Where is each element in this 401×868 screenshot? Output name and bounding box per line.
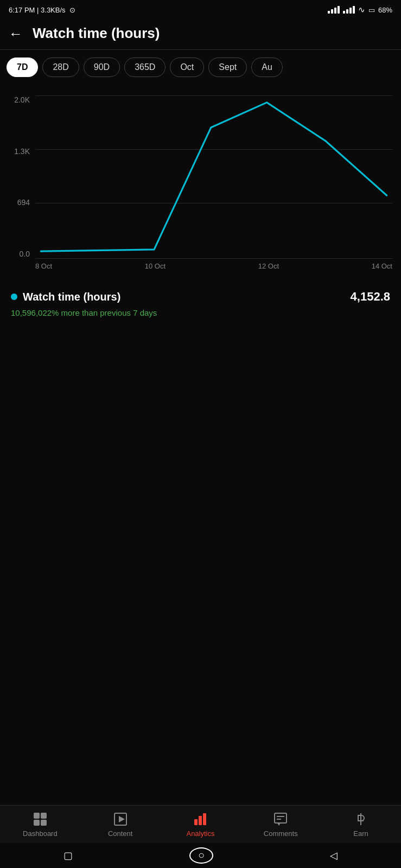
stats-section: Watch time (hours) 4,152.8 10,596,022% m…	[0, 280, 401, 323]
svg-rect-8	[203, 813, 206, 825]
status-time: 6:17 PM	[9, 6, 35, 14]
stat-label-text: Watch time (hours)	[23, 291, 120, 303]
line-chart-svg	[35, 95, 392, 258]
chart-line	[41, 103, 386, 251]
tab-sept[interactable]: Sept	[208, 58, 247, 77]
stat-change-row: 10,596,022% more than previous 7 days	[11, 308, 390, 318]
sys-square-button[interactable]: ▢	[53, 846, 84, 865]
tab-365d[interactable]: 365D	[124, 58, 166, 77]
x-label-10oct: 10 Oct	[145, 262, 166, 270]
content-icon	[112, 811, 129, 827]
svg-rect-6	[194, 819, 198, 825]
earn-icon	[353, 811, 369, 827]
y-label-1k3: 1.3K	[14, 147, 30, 156]
y-label-2k: 2.0K	[14, 95, 30, 104]
stat-label: Watch time (hours)	[11, 291, 120, 303]
back-button[interactable]: ←	[9, 27, 23, 41]
nav-label-content: Content	[108, 829, 133, 838]
chart-container: 2.0K 1.3K 694 0.0 8 Oct 10 Oct	[0, 85, 401, 280]
comments-icon	[272, 811, 289, 827]
status-right: ∿ ▭ 68%	[328, 5, 392, 15]
x-label-14oct: 14 Oct	[372, 262, 392, 270]
nav-label-dashboard: Dashboard	[23, 829, 58, 838]
nav-label-analytics: Analytics	[186, 829, 214, 838]
y-label-0: 0.0	[20, 250, 30, 258]
nav-item-dashboard[interactable]: Dashboard	[18, 811, 62, 838]
page-header: ← Watch time (hours)	[0, 20, 401, 49]
status-speed: 3.3KB/s	[41, 6, 66, 14]
battery-percentage: 68%	[378, 6, 392, 14]
svg-rect-7	[199, 816, 202, 825]
y-axis: 2.0K 1.3K 694 0.0	[0, 90, 35, 275]
stat-dot	[11, 293, 17, 300]
analytics-icon	[192, 811, 208, 827]
tab-aug[interactable]: Au	[251, 58, 283, 77]
system-nav-bar: ▢ ○ ◁	[0, 842, 401, 868]
tab-28d[interactable]: 28D	[42, 58, 79, 77]
sys-home-button[interactable]: ○	[189, 847, 213, 864]
x-label-12oct: 12 Oct	[258, 262, 279, 270]
chart-plot-area: 8 Oct 10 Oct 12 Oct 14 Oct	[35, 90, 392, 275]
stat-change-text: 10,596,022% more than previous 7 days	[11, 308, 157, 317]
chart-wrapper: 2.0K 1.3K 694 0.0 8 Oct 10 Oct	[0, 90, 392, 275]
svg-rect-0	[34, 813, 40, 819]
bottom-nav: Dashboard Content Analytics	[0, 805, 401, 842]
nav-item-earn[interactable]: Earn	[339, 811, 383, 838]
svg-marker-12	[277, 823, 281, 826]
sys-back-button[interactable]: ◁	[319, 846, 348, 865]
tab-oct[interactable]: Oct	[170, 58, 204, 77]
y-label-694: 694	[17, 198, 30, 207]
x-label-8oct: 8 Oct	[35, 262, 52, 270]
x-axis: 8 Oct 10 Oct 12 Oct 14 Oct	[35, 258, 392, 275]
svg-rect-2	[34, 820, 40, 826]
svg-rect-1	[41, 813, 47, 819]
period-tabs-container: 7D 28D 90D 365D Oct Sept Au	[0, 50, 401, 85]
svg-marker-5	[119, 816, 125, 822]
stats-main-row: Watch time (hours) 4,152.8	[11, 290, 390, 304]
signal-icon-2	[343, 6, 355, 14]
nav-label-earn: Earn	[353, 829, 368, 838]
nav-item-comments[interactable]: Comments	[259, 811, 302, 838]
status-time-speed: 6:17 PM | 3.3KB/s ⊙	[9, 6, 75, 14]
battery-icon: ▭	[368, 6, 375, 14]
page-title: Watch time (hours)	[33, 25, 160, 42]
stat-value: 4,152.8	[351, 290, 390, 304]
status-bar: 6:17 PM | 3.3KB/s ⊙ ∿ ▭ 68%	[0, 0, 401, 20]
svg-rect-3	[41, 820, 47, 826]
svg-rect-9	[275, 813, 287, 823]
nav-item-analytics[interactable]: Analytics	[179, 811, 222, 838]
nav-label-comments: Comments	[264, 829, 298, 838]
tab-7d[interactable]: 7D	[7, 58, 38, 77]
wifi-icon: ∿	[358, 5, 365, 15]
bottom-spacer	[0, 323, 401, 410]
signal-icon	[328, 6, 340, 14]
dashboard-icon	[32, 811, 48, 827]
tab-90d[interactable]: 90D	[84, 58, 120, 77]
nav-item-content[interactable]: Content	[99, 811, 142, 838]
